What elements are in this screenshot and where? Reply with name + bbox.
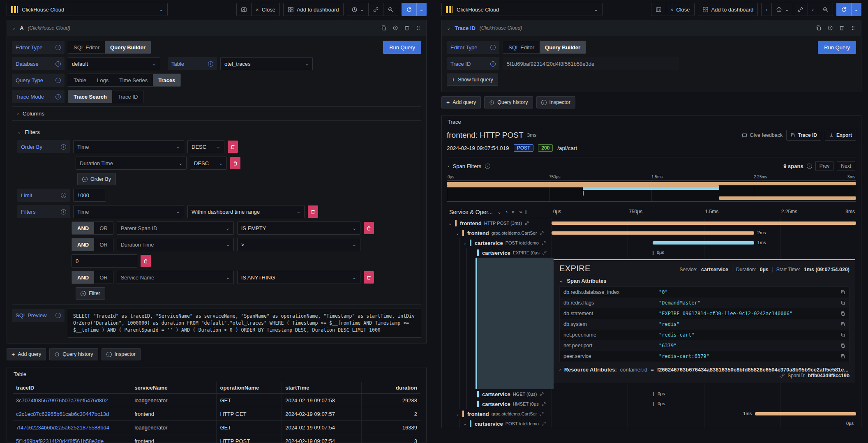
time-shift-forward-button[interactable]: › [808, 3, 818, 16]
share-link-button[interactable] [368, 3, 383, 16]
copy-icon[interactable] [840, 332, 845, 337]
span-row[interactable]: ⌄frontendgrpc.oteldemo.CartSer 1ms [447, 409, 856, 419]
query-type-traces[interactable]: Traces [153, 74, 180, 86]
info-icon[interactable]: i [55, 78, 61, 83]
refresh-button[interactable] [837, 3, 851, 16]
filter-time-field-select[interactable]: Time⌄ [73, 205, 184, 218]
filter-field-select-2[interactable]: Duration Time⌄ [117, 238, 234, 251]
collapse-all-icon[interactable]: » [512, 210, 515, 215]
query-type-logs[interactable]: Logs [92, 74, 114, 86]
span-tick[interactable] [653, 392, 654, 396]
span-link-icon[interactable] [524, 221, 529, 226]
or-option[interactable]: OR [94, 271, 113, 284]
trace-mode-search[interactable]: Trace Search [68, 90, 112, 103]
zoom-out-button[interactable] [383, 3, 398, 16]
datasource-picker[interactable]: ClickHouse Cloud ⌄ [441, 3, 603, 16]
order-by-field-select-2[interactable]: Duration Time⌄ [76, 157, 187, 170]
span-filters-toggle[interactable]: Span Filters [453, 163, 481, 169]
span-row[interactable]: ⌄frontendHTTP POST (3ms) [447, 218, 856, 228]
filter-op-select-3[interactable]: IS ANYTHING⌄ [237, 271, 360, 284]
filter-value-input[interactable]: 0 [72, 254, 137, 268]
inspector-button[interactable]: iInspector [536, 96, 575, 108]
info-icon[interactable]: i [485, 164, 490, 169]
limit-input[interactable]: 1000 [73, 189, 106, 202]
inspector-button[interactable]: iInspector [102, 348, 141, 360]
share-link-button[interactable] [793, 3, 808, 16]
span-row-selected[interactable]: cartserviceEXPIRE (0µs 0µs [447, 248, 856, 258]
span-link-icon[interactable] [541, 401, 546, 406]
copy-icon[interactable] [840, 322, 845, 327]
col-servicename[interactable]: serviceName [131, 382, 217, 394]
order-by-dir-select[interactable]: DESC⌄ [187, 140, 224, 153]
refresh-interval-button[interactable]: ⌄ [851, 3, 861, 16]
query-header[interactable]: ⌄ Trace ID (ClickHouse Cloud) [442, 20, 861, 36]
run-query-button[interactable]: Run Query [818, 41, 856, 54]
filter-field-select-3[interactable]: Service Name⌄ [117, 271, 234, 284]
span-link-icon[interactable] [539, 411, 544, 416]
trace-link[interactable]: 5f1d69baf92314f20d4f8f561b58e3de [13, 434, 131, 443]
info-icon[interactable]: i [208, 61, 213, 67]
add-query-button[interactable]: +Add query [7, 348, 46, 360]
info-icon[interactable]: i [61, 144, 66, 150]
and-option[interactable]: AND [72, 222, 94, 234]
add-query-button[interactable]: +Add query [441, 96, 481, 108]
table-select[interactable]: otel_traces⌄ [220, 57, 313, 70]
duplicate-query-icon[interactable] [816, 25, 822, 31]
span-row[interactable]: ⌄cartservicePOST /oteldemo 0µs [447, 419, 856, 428]
add-order-by-button[interactable]: +Order By [77, 173, 116, 185]
sql-editor-tab[interactable]: SQL Editor [68, 41, 105, 53]
span-bar[interactable] [653, 241, 754, 245]
minimap-viewport[interactable] [447, 180, 856, 202]
order-by-dir-select-2[interactable]: DESC⌄ [190, 157, 227, 170]
remove-query-icon[interactable] [404, 25, 410, 31]
disable-query-icon[interactable] [827, 25, 833, 31]
remove-filter-button-0[interactable] [308, 205, 318, 218]
query-header[interactable]: ⌄ A (ClickHouse Cloud) [7, 20, 426, 36]
time-shift-back-button[interactable]: ‹ [762, 3, 771, 16]
time-range-button[interactable]: ⌄ [771, 3, 793, 16]
export-button[interactable]: Export [825, 130, 856, 141]
col-operationname[interactable]: operationName [217, 382, 282, 394]
info-icon[interactable]: i [55, 313, 61, 318]
filter-field-select-1[interactable]: Parent Span ID⌄ [117, 222, 234, 235]
copy-icon[interactable] [840, 354, 845, 359]
span-bar[interactable] [755, 412, 856, 415]
chevron-right-icon[interactable]: › [506, 210, 508, 215]
copy-icon[interactable] [840, 290, 845, 295]
filters-section-header[interactable]: ⌄Filters [17, 129, 416, 135]
zoom-out-button[interactable] [818, 3, 833, 16]
trace-link[interactable]: 7f47c62234b6bd2a5a62521875588bd4 [13, 421, 131, 434]
info-icon[interactable]: i [490, 61, 496, 67]
span-row[interactable]: cartserviceHGET (0µs) 0µs [447, 389, 856, 399]
col-traceid[interactable]: traceID [13, 382, 131, 394]
span-attributes-toggle[interactable]: ⌄Span Attributes [559, 278, 850, 284]
show-full-query-button[interactable]: +Show full query [447, 74, 498, 86]
remove-filter-button-3[interactable] [364, 271, 374, 284]
datasource-picker[interactable]: ClickHouse Cloud ⌄ [7, 3, 168, 16]
span-row[interactable]: cartserviceHMSET (0µs 0µs [447, 399, 856, 409]
add-to-dashboard-button[interactable]: Add to dashboard [698, 3, 758, 16]
order-by-field-select[interactable]: Time⌄ [73, 140, 184, 153]
add-to-dashboard-button[interactable]: Add to dashboard [284, 3, 343, 16]
copy-icon[interactable] [840, 300, 845, 305]
columns-section[interactable]: ›Columns [12, 106, 421, 121]
add-filter-button[interactable]: +Filter [76, 287, 105, 300]
and-option[interactable]: AND [72, 271, 94, 284]
collapse-pane-button[interactable] [237, 3, 251, 16]
query-type-table[interactable]: Table [68, 74, 92, 86]
copy-trace-id-button[interactable]: Trace ID [786, 130, 821, 141]
span-tick[interactable] [653, 251, 653, 255]
copy-icon[interactable] [840, 343, 845, 348]
sql-editor-tab[interactable]: SQL Editor [503, 41, 540, 53]
prev-span-button[interactable]: Prev [815, 161, 834, 171]
query-history-button[interactable]: Query history [484, 96, 533, 108]
span-link-icon[interactable] [541, 421, 546, 426]
chevron-down-icon[interactable]: ⌄ [497, 210, 501, 215]
query-builder-tab[interactable]: Query Builder [105, 41, 151, 53]
trace-mode-id[interactable]: Trace ID [112, 90, 143, 103]
column-resize-handle[interactable]: || [525, 210, 528, 214]
span-link-icon[interactable] [541, 240, 546, 245]
remove-order-by-button-2[interactable] [230, 157, 240, 169]
span-bar[interactable] [552, 222, 856, 225]
span-tick[interactable] [653, 402, 654, 406]
